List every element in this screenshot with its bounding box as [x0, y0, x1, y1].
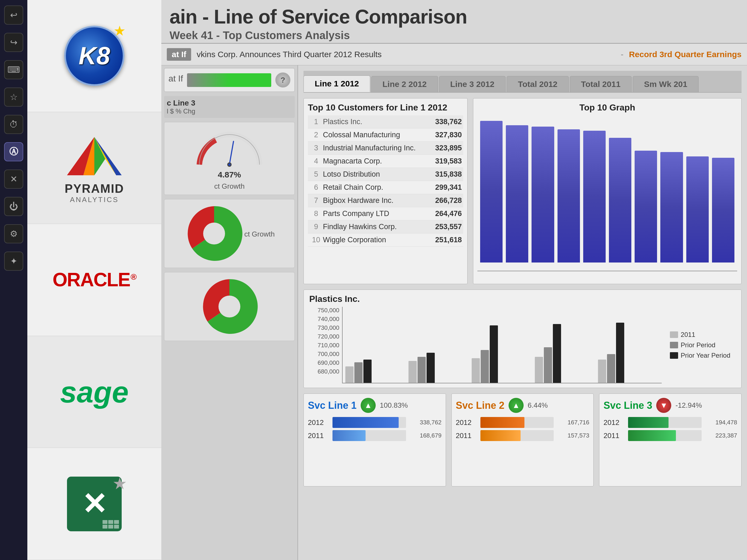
legend-item-2011: 2011 — [670, 331, 730, 338]
table-row[interactable]: 7 Bigbox Hardware Inc. 266,728 — [308, 194, 463, 207]
sage-logo: sage — [60, 375, 129, 409]
tab-line1-2012[interactable]: Line 1 2012 — [304, 75, 370, 92]
svc-2-header: Svc Line 2 ▲ 6.44% — [456, 398, 590, 413]
bar-9 — [686, 156, 709, 263]
legend-label-2011: 2011 — [681, 331, 695, 338]
oracle-logo-cell[interactable]: ORACLE® — [27, 224, 161, 336]
excel-logo-cell[interactable]: ✕ ★ — [27, 448, 161, 560]
power-icon[interactable]: ⏻ — [4, 197, 23, 216]
table-row[interactable]: 10 Wiggle Corporation 251,618 — [308, 233, 463, 247]
svc-line-title: c Line 3 — [167, 99, 292, 107]
tab-total-2011[interactable]: Total 2011 — [570, 76, 632, 92]
top10-title: Top 10 Customers for Line 1 2012 — [308, 103, 463, 113]
help-button[interactable]: ? — [275, 73, 290, 87]
pyramid-logo-cell[interactable]: PYRAMID ANALYTICS — [27, 112, 161, 224]
pyramid-analytics-text: ANALYTICS — [61, 196, 127, 204]
bottom-section: Svc Line 1 ▲ 100.83% 2012 338,762 2011 — [304, 393, 742, 486]
bar-8 — [660, 152, 683, 262]
top10-graph-title: Top 10 Graph — [478, 103, 737, 113]
gauge-value: 4.87% — [217, 170, 241, 179]
middle-bars — [342, 307, 662, 383]
bar-4 — [558, 129, 580, 262]
bar-5 — [583, 131, 606, 262]
legend-label-prior: Prior Period — [681, 341, 716, 349]
bar-group-2 — [409, 353, 469, 383]
tab-sm-wk[interactable]: Sm Wk 201 — [633, 76, 698, 92]
svc-1-bar-2011: 2011 168,679 — [308, 430, 442, 441]
svc-line-label: c Line 3 l $ % Chg — [164, 96, 295, 118]
table-row[interactable]: 9 Findlay Hawkins Corp. 253,557 — [308, 221, 463, 233]
app-icon[interactable]: Ⓐ — [4, 142, 23, 161]
chart-legend: 2011 Prior Period Prior Year Period — [664, 307, 736, 383]
what-if-section: at If ? — [164, 68, 295, 92]
svc-1-arrow-up-icon: ▲ — [361, 398, 376, 413]
svc-1-pct: 100.83% — [380, 401, 408, 410]
table-row[interactable]: 2 Colossal Manufacturing 327,830 — [308, 128, 463, 142]
svg-point-9 — [218, 296, 240, 317]
legend-item-prior: Prior Period — [670, 341, 730, 349]
svg-point-7 — [228, 163, 231, 166]
settings-icon[interactable]: ⚙ — [4, 224, 23, 244]
table-row[interactable]: 6 Retail Chain Corp. 299,341 — [308, 181, 463, 194]
table-row[interactable]: 4 Magnacarta Corp. 319,583 — [308, 155, 463, 168]
tab-total-2012[interactable]: Total 2012 — [507, 76, 569, 92]
svc-panel-2: Svc Line 2 ▲ 6.44% 2012 167,716 2011 — [452, 393, 594, 486]
tab-line3-2012[interactable]: Line 3 2012 — [439, 76, 506, 92]
pyramid-logo: PYRAMID ANALYTICS — [61, 131, 127, 204]
top10-graph: Top 10 Graph — [473, 98, 742, 284]
svc-2-title: Svc Line 2 — [456, 400, 505, 411]
bar-group-5 — [598, 323, 659, 383]
ticker-highlight: Record 3rd Quarter Earnings — [629, 50, 742, 59]
svg-marker-2 — [94, 137, 105, 175]
bar-6 — [609, 138, 632, 262]
svc-1-header: Svc Line 1 ▲ 100.83% — [308, 398, 442, 413]
excel-text: ✕ — [82, 486, 107, 521]
top-section: Top 10 Customers for Line 1 2012 1 Plast… — [304, 98, 742, 284]
svc-2-bar-2011: 2011 157,573 — [456, 430, 590, 441]
close-icon[interactable]: ✕ — [4, 170, 23, 189]
bar-2 — [506, 125, 528, 262]
data-area: Line 1 2012 Line 2 2012 Line 3 2012 Tota… — [298, 65, 747, 560]
pyramid-text: PYRAMID — [61, 182, 127, 196]
svg-point-8 — [203, 223, 225, 245]
table-row[interactable]: 1 Plastics Inc. 338,762 — [308, 116, 463, 128]
bar-group-1 — [345, 360, 406, 383]
gauge-section: 4.87% ct Growth — [164, 122, 295, 195]
bar-10 — [712, 158, 735, 262]
y-label-8: 680,000 — [309, 368, 339, 375]
table-row[interactable]: 3 Industrial Manufacturing Inc. 323,895 — [308, 142, 463, 155]
pie-chart-1: ct Growth — [164, 199, 295, 268]
svc-3-pct: -12.94% — [675, 401, 702, 410]
page-title: ain - Line of Service Comparison — [170, 5, 739, 28]
star-icon[interactable]: ☆ — [4, 87, 23, 107]
table-row[interactable]: 8 Parts Company LTD 264,476 — [308, 207, 463, 221]
bar-group-3 — [472, 325, 533, 383]
page-subtitle: Week 41 - Top Customers Analysis — [170, 29, 739, 42]
forward-icon[interactable]: ↪ — [4, 33, 23, 52]
tab-line2-2012[interactable]: Line 2 2012 — [371, 76, 438, 92]
pyramid-svg — [61, 131, 127, 181]
pie-svg-2 — [199, 276, 259, 337]
history-icon[interactable]: ⏱ — [4, 115, 23, 134]
svg-line-5 — [229, 142, 233, 164]
y-axis: 750,000 740,000 730,000 720,000 710,000 … — [309, 307, 339, 383]
top10-table: Top 10 Customers for Line 1 2012 1 Plast… — [304, 98, 468, 284]
keyboard-icon[interactable]: ⌨ — [4, 60, 23, 79]
content-body: at If ? c Line 3 l $ % Chg — [161, 65, 747, 560]
svc-panel-3: Svc Line 3 ▼ -12.94% 2012 194,478 2011 — [599, 393, 742, 486]
bar-3 — [532, 127, 554, 262]
svc-2-pct: 6.44% — [528, 401, 548, 410]
y-label-3: 730,000 — [309, 324, 339, 331]
left-panel: at If ? c Line 3 l $ % Chg — [161, 65, 298, 560]
what-if-button[interactable]: at If — [167, 48, 191, 61]
gauge-label: ct Growth — [214, 182, 244, 190]
sage-logo-cell[interactable]: sage — [27, 336, 161, 448]
back-icon[interactable]: ↩ — [4, 5, 23, 25]
what-if-label: at If — [169, 74, 183, 84]
svc-panel-1: Svc Line 1 ▲ 100.83% 2012 338,762 2011 — [304, 393, 446, 486]
svc-1-title: Svc Line 1 — [308, 400, 357, 411]
pin-icon[interactable]: ✦ — [4, 252, 23, 271]
k8-logo-cell[interactable]: K8 ★ — [27, 0, 161, 112]
table-row[interactable]: 5 Lotso Distribution 315,838 — [308, 168, 463, 181]
ticker-news: vkins Corp. Announces Third Quarter 2012… — [197, 50, 615, 59]
